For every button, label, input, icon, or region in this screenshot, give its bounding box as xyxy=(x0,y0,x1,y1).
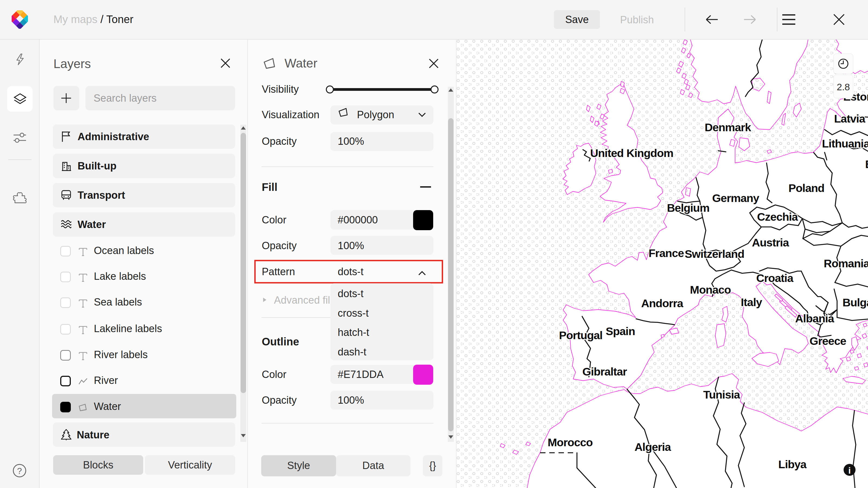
svg-text:Style: Style xyxy=(287,460,310,471)
svg-text:#000000: #000000 xyxy=(338,214,378,226)
svg-text:Switzerland: Switzerland xyxy=(685,248,744,260)
svg-text:Belgium: Belgium xyxy=(667,201,710,214)
svg-text:dots-t: dots-t xyxy=(338,266,364,278)
svg-text:dash-t: dash-t xyxy=(338,346,367,358)
svg-text:Gibraltar: Gibraltar xyxy=(582,365,627,378)
svg-text:Morocco: Morocco xyxy=(548,436,593,449)
svg-text:Spain: Spain xyxy=(606,325,635,337)
svg-text:Color: Color xyxy=(262,369,286,380)
svg-text:Tunisia: Tunisia xyxy=(703,388,740,401)
svg-text:Lithuania: Lithuania xyxy=(822,137,868,150)
svg-text:Germany: Germany xyxy=(712,192,760,204)
svg-text:?: ? xyxy=(17,466,22,476)
svg-text:France: France xyxy=(649,247,684,259)
svg-text:Color: Color xyxy=(262,214,286,226)
svg-text:United Kingdom: United Kingdom xyxy=(590,147,673,159)
svg-text:Italy: Italy xyxy=(741,296,762,308)
svg-text:Belarus: Belarus xyxy=(865,158,868,170)
svg-text:Romania: Romania xyxy=(824,257,868,270)
svg-text:Bulgaria: Bulgaria xyxy=(842,296,868,309)
svg-text:Algeria: Algeria xyxy=(634,441,671,453)
svg-text:Monaco: Monaco xyxy=(690,283,731,296)
svg-text:dots-t: dots-t xyxy=(338,288,364,299)
svg-text:Opacity: Opacity xyxy=(262,394,297,406)
svg-text:Opacity: Opacity xyxy=(262,240,297,251)
svg-text:2.8: 2.8 xyxy=(837,82,850,92)
svg-text:{}: {} xyxy=(429,460,436,471)
svg-text:Austria: Austria xyxy=(752,236,789,249)
svg-text:#E71DDA: #E71DDA xyxy=(338,369,384,380)
svg-text:Visualization: Visualization xyxy=(262,109,319,120)
svg-text:Greece: Greece xyxy=(810,334,846,347)
svg-text:Outline: Outline xyxy=(262,336,299,348)
svg-text:Fill: Fill xyxy=(262,181,278,193)
svg-text:Libya: Libya xyxy=(778,458,807,470)
svg-text:Polygon: Polygon xyxy=(357,109,394,120)
svg-text:Visibility: Visibility xyxy=(262,84,299,95)
svg-text:Andorra: Andorra xyxy=(641,297,684,310)
svg-text:100%: 100% xyxy=(338,240,364,251)
svg-text:Croatia: Croatia xyxy=(756,272,794,284)
svg-text:Latvia: Latvia xyxy=(834,112,866,125)
svg-text:Portugal: Portugal xyxy=(559,329,602,341)
svg-text:Poland: Poland xyxy=(788,182,824,194)
svg-text:Albania: Albania xyxy=(795,312,835,325)
svg-text:100%: 100% xyxy=(338,135,364,147)
svg-text:hatch-t: hatch-t xyxy=(338,327,369,338)
svg-text:i: i xyxy=(848,465,850,476)
svg-text:Czechia: Czechia xyxy=(757,210,798,223)
svg-text:100%: 100% xyxy=(338,394,364,406)
svg-text:Denmark: Denmark xyxy=(705,121,752,134)
svg-text:Data: Data xyxy=(362,460,384,471)
svg-text:Advanced fill: Advanced fill xyxy=(274,294,332,306)
svg-text:Opacity: Opacity xyxy=(262,135,297,147)
svg-text:cross-t: cross-t xyxy=(338,307,369,319)
svg-text:Pattern: Pattern xyxy=(262,266,295,278)
